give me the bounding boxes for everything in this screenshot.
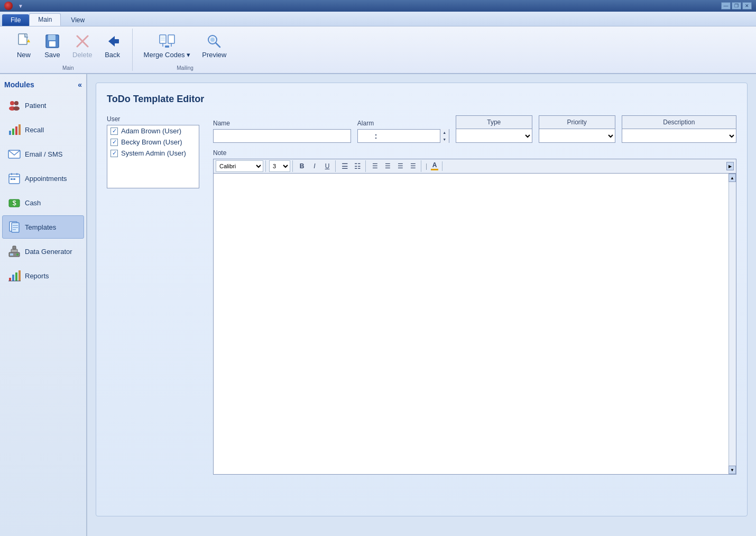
italic-button[interactable]: I	[309, 160, 320, 172]
color-group: | A	[425, 161, 442, 171]
sidebar-item-data-generator[interactable]: Data Generator	[2, 240, 84, 263]
user-checkbox-2[interactable]: ✓	[110, 150, 118, 157]
font-color-button[interactable]: A	[429, 161, 440, 171]
note-editor[interactable]: ▲ ▼	[213, 173, 736, 475]
type-field-group: Type Call Email Meeting	[456, 115, 532, 143]
sidebar-item-reports[interactable]: Reports	[2, 264, 84, 287]
tab-file[interactable]: File	[2, 14, 29, 26]
user-list-item-2[interactable]: ✓ System Admin (User)	[107, 148, 199, 159]
back-icon	[104, 33, 121, 50]
save-button[interactable]: Save	[39, 30, 66, 61]
new-button[interactable]: New	[11, 30, 37, 61]
toolbar-scroll-right[interactable]: ▶	[726, 162, 734, 170]
delete-button[interactable]: Delete	[68, 30, 97, 61]
sidebar-item-patient-label: Patient	[25, 102, 46, 110]
bold-button[interactable]: B	[296, 160, 308, 172]
save-icon	[44, 33, 61, 50]
description-select[interactable]: General Clinical Administrative	[622, 129, 736, 143]
color-bar	[431, 169, 438, 170]
description-field-group: Description General Clinical Administrat…	[622, 115, 736, 143]
merge-codes-icon	[159, 33, 176, 50]
svg-rect-25	[12, 129, 14, 135]
close-button[interactable]: ✕	[742, 2, 752, 10]
separator: |	[425, 162, 428, 170]
note-scroll-down-button[interactable]: ▼	[729, 466, 736, 474]
sidebar-item-data-generator-label: Data Generator	[25, 248, 72, 256]
app-layout: Modules « Patient	[0, 74, 756, 536]
type-select[interactable]: Call Email Meeting	[456, 129, 532, 143]
title-dropdown[interactable]: ▼	[18, 3, 23, 9]
sidebar-item-recall[interactable]: Recall	[2, 118, 84, 141]
recall-icon	[7, 122, 22, 137]
user-list-item-label-1: Becky Brown (User)	[121, 138, 182, 146]
sidebar-header: Modules «	[0, 78, 86, 93]
underline-button[interactable]: U	[321, 160, 333, 172]
note-scroll-up-button[interactable]: ▲	[729, 174, 736, 182]
reports-icon	[7, 268, 22, 283]
user-list-item-label-0: Adam Brown (User)	[121, 127, 181, 135]
user-checkbox-1[interactable]: ✓	[110, 139, 118, 146]
sidebar-item-patient[interactable]: Patient	[2, 94, 84, 117]
user-checkbox-0[interactable]: ✓	[110, 128, 118, 135]
name-input[interactable]	[213, 129, 351, 143]
size-select[interactable]: 3 1 2 4 5	[269, 160, 290, 172]
ribbon-group-main: New Save De	[4, 29, 133, 71]
ribbon-mailing-label: Mailing	[177, 63, 193, 71]
svg-rect-3	[48, 35, 56, 40]
email-sms-icon	[7, 147, 22, 161]
sidebar-item-appointments[interactable]: Appointments	[2, 167, 84, 190]
tab-view[interactable]: View	[62, 14, 94, 26]
font-select[interactable]: Calibri Arial Times New Roman	[216, 160, 263, 172]
sidebar-item-email-sms[interactable]: Email / SMS	[2, 142, 84, 166]
name-field-group: Name	[213, 120, 351, 143]
svg-rect-27	[19, 124, 21, 135]
description-header: Description	[622, 115, 736, 129]
preview-button[interactable]: Preview	[197, 30, 231, 61]
minimize-button[interactable]: —	[721, 2, 731, 10]
sidebar-item-cash[interactable]: $ Cash	[2, 191, 84, 214]
align-center-button[interactable]: ☰	[382, 160, 393, 172]
alarm-up-button[interactable]: ▲	[440, 129, 449, 136]
svg-point-20	[10, 101, 14, 105]
ribbon-tabs: File Main View	[0, 12, 756, 26]
unordered-list-button[interactable]: ☰	[339, 160, 351, 172]
user-list-item-1[interactable]: ✓ Becky Brown (User)	[107, 137, 199, 148]
ribbon-group-mailing: Merge Codes ▾ Preview Mailing	[133, 29, 238, 71]
sidebar-item-templates-label: Templates	[25, 223, 56, 231]
priority-field-group: Priority Low Medium High	[539, 115, 615, 143]
svg-point-19	[210, 38, 215, 42]
svg-rect-10	[168, 35, 174, 43]
user-list-item-0[interactable]: ✓ Adam Brown (User)	[107, 125, 199, 137]
justify-button[interactable]: ☰	[407, 160, 419, 172]
align-right-button[interactable]: ☰	[394, 160, 406, 172]
svg-rect-8	[114, 39, 119, 43]
alarm-down-button[interactable]: ▼	[440, 136, 449, 143]
user-section: User ✓ Adam Brown (User) ✓ Becky Brown (…	[107, 115, 205, 475]
sidebar-item-cash-label: Cash	[25, 199, 41, 207]
restore-button[interactable]: ❐	[732, 2, 741, 10]
priority-select[interactable]: Low Medium High	[539, 129, 615, 143]
svg-rect-9	[160, 35, 166, 43]
sidebar-collapse-button[interactable]: «	[78, 80, 82, 89]
ribbon-mailing-items: Merge Codes ▾ Preview	[139, 29, 232, 63]
templates-icon	[7, 220, 22, 234]
note-label: Note	[213, 149, 736, 157]
alarm-hours[interactable]	[358, 130, 374, 142]
sidebar-item-templates[interactable]: Templates	[2, 215, 84, 239]
tab-main[interactable]: Main	[29, 13, 61, 26]
alarm-minutes[interactable]	[379, 130, 394, 142]
svg-rect-47	[13, 246, 16, 249]
svg-point-45	[16, 253, 19, 256]
svg-line-18	[216, 43, 220, 47]
align-left-button[interactable]: ☰	[369, 160, 381, 172]
merge-codes-button[interactable]: Merge Codes ▾	[139, 30, 196, 61]
app-icon	[4, 2, 13, 10]
sidebar-item-recall-label: Recall	[25, 126, 44, 134]
ordered-list-button[interactable]: ☷	[352, 160, 363, 172]
back-button[interactable]: Back	[99, 30, 126, 61]
svg-rect-49	[12, 275, 14, 281]
editor-form: User ✓ Adam Brown (User) ✓ Becky Brown (…	[107, 115, 736, 475]
note-section: Note Calibri Arial Times New Roman	[213, 149, 736, 475]
user-list-item-label-2: System Admin (User)	[121, 149, 186, 157]
svg-rect-46	[11, 249, 17, 252]
